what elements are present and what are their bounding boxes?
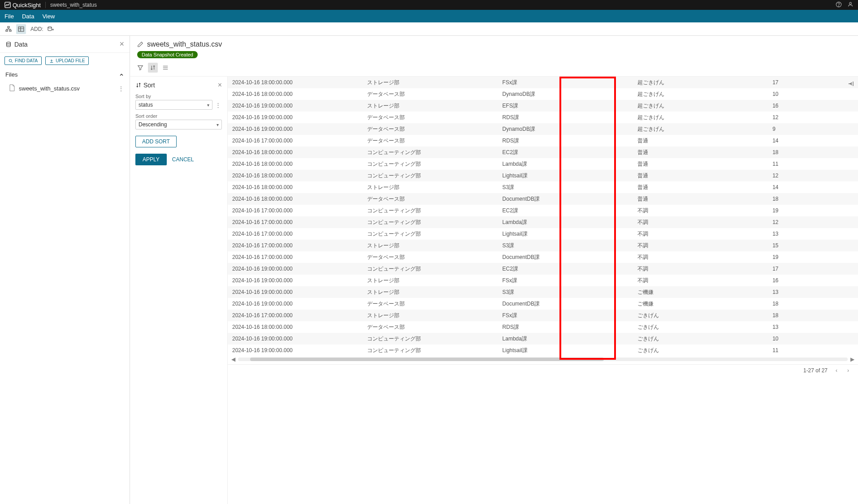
table-cell: コンピューティング部 [363,146,498,158]
table-cell: データベース部 [363,251,498,263]
sort-tool[interactable] [148,63,158,73]
table-cell: RDS課 [498,135,633,146]
table-cell: 12 [768,170,858,181]
table-cell: 2024-10-16 17:00:00.000 [228,310,363,321]
table-cell: コンピューティング部 [363,205,498,216]
table-cell: ストレージ部 [363,286,498,298]
add-data-button[interactable] [46,25,55,34]
collapse-panel-button[interactable] [847,80,854,89]
table-row[interactable]: 2024-10-16 18:00:00.000データベース部DocumentDB… [228,193,858,205]
table-cell: 17 [768,263,858,275]
table-cell: 16 [768,100,858,112]
schema-view-button[interactable] [4,24,13,34]
table-cell: 普通 [633,135,768,146]
quicksight-icon [4,2,11,8]
sort-panel-icon [135,82,142,88]
brand-logo[interactable]: QuickSight [4,2,41,9]
table-cell: 16 [768,275,858,286]
table-cell: Lambda課 [498,216,633,228]
chevron-up-icon [119,72,124,78]
table-cell: 13 [768,228,858,240]
files-section-header[interactable]: Files [0,69,130,81]
table-row[interactable]: 2024-10-16 18:00:00.000データベース部RDS課ごきげん13 [228,321,858,333]
table-row[interactable]: 2024-10-16 17:00:00.000データベース部DocumentDB… [228,251,858,263]
sort-by-menu[interactable]: ⋮ [214,102,222,108]
pagination-range: 1-27 of 27 [803,367,828,374]
table-row[interactable]: 2024-10-16 18:00:00.000データベース部DynamoDB課超… [228,88,858,100]
horizontal-scrollbar[interactable] [238,358,848,361]
table-icon [17,26,25,33]
table-row[interactable]: 2024-10-16 19:00:00.000データベース部DocumentDB… [228,298,858,310]
table-row[interactable]: 2024-10-16 17:00:00.000コンピューティング部Lightsa… [228,228,858,240]
table-cell: S3課 [498,240,633,251]
table-cell: 不調 [633,228,768,240]
table-row[interactable]: 2024-10-16 18:00:00.000ストレージ部FSx課超ごきげん17 [228,77,858,88]
table-row[interactable]: 2024-10-16 18:00:00.000コンピューティング部Lambda課… [228,158,858,170]
filter-tool[interactable] [135,63,145,73]
table-cell: コンピューティング部 [363,263,498,275]
menu-data[interactable]: Data [22,13,34,20]
table-row[interactable]: 2024-10-16 19:00:00.000ストレージ部FSx課不調16 [228,275,858,286]
table-row[interactable]: 2024-10-16 19:00:00.000ストレージ部S3課ご機嫌13 [228,286,858,298]
apply-button[interactable]: APPLY [135,154,167,165]
menu-view[interactable]: View [42,13,55,20]
table-row[interactable]: 2024-10-16 17:00:00.000ストレージ部S3課不調15 [228,240,858,251]
table-row[interactable]: 2024-10-16 19:00:00.000コンピューティング部EC2課不調1… [228,263,858,275]
scrollbar-thumb[interactable] [250,358,604,361]
sort-by-select[interactable]: status ▾ [135,100,212,110]
table-row[interactable]: 2024-10-16 18:00:00.000ストレージ部S3課普通14 [228,181,858,193]
menu-file[interactable]: File [4,13,14,20]
table-row[interactable]: 2024-10-16 18:00:00.000コンピューティング部EC2課普通1… [228,146,858,158]
help-icon[interactable] [836,1,842,9]
data-icon [5,41,12,47]
table-wrap[interactable]: 2024-10-16 18:00:00.000ストレージ部FSx課超ごきげん17… [228,77,858,504]
table-row[interactable]: 2024-10-16 17:00:00.000データベース部RDS課普通14 [228,135,858,146]
sort-order-label: Sort order [135,113,222,119]
scroll-left-button[interactable]: ◀ [231,356,235,362]
user-icon[interactable] [847,1,854,9]
table-row[interactable]: 2024-10-16 19:00:00.000ストレージ部EFS課超ごきげん16 [228,100,858,112]
table-cell: 不調 [633,275,768,286]
table-cell: 不調 [633,240,768,251]
table-cell: DocumentDB課 [498,298,633,310]
table-cell: 2024-10-16 17:00:00.000 [228,205,363,216]
table-row[interactable]: 2024-10-16 19:00:00.000コンピューティング部Lightsa… [228,345,858,356]
file-item[interactable]: sweets_with_status.csv ⋮ [0,81,130,96]
table-cell: 普通 [633,193,768,205]
table-cell: 普通 [633,146,768,158]
cancel-button[interactable]: CANCEL [172,156,194,163]
table-cell: RDS課 [498,112,633,123]
table-view-button[interactable] [16,24,26,34]
add-sort-button[interactable]: ADD SORT [135,136,177,147]
page-prev-button[interactable]: ‹ [834,367,839,374]
search-icon [9,59,13,63]
table-row[interactable]: 2024-10-16 17:00:00.000コンピューティング部EC2課不調1… [228,205,858,216]
table-cell: ごきげん [633,310,768,321]
scroll-right-button[interactable]: ▶ [850,356,854,362]
sort-panel-close[interactable]: × [218,81,222,89]
table-cell: ストレージ部 [363,77,498,88]
table-row[interactable]: 2024-10-16 19:00:00.000データベース部RDS課超ごきげん1… [228,112,858,123]
table-row[interactable]: 2024-10-16 18:00:00.000コンピューティング部Lightsa… [228,170,858,181]
table-cell: コンピューティング部 [363,333,498,345]
table-cell: 2024-10-16 19:00:00.000 [228,333,363,345]
table-row[interactable]: 2024-10-16 19:00:00.000データベース部DynamoDB課超… [228,123,858,135]
table-row[interactable]: 2024-10-16 19:00:00.000コンピューティング部Lambda課… [228,333,858,345]
columns-tool[interactable] [160,63,170,73]
table-row[interactable]: 2024-10-16 17:00:00.000ストレージ部FSx課ごきげん18 [228,310,858,321]
table-cell: ごきげん [633,321,768,333]
svg-rect-5 [6,30,8,31]
upload-file-button[interactable]: UPLOAD FILE [45,56,89,65]
table-row[interactable]: 2024-10-16 17:00:00.000コンピューティング部Lambda課… [228,216,858,228]
table-cell: 10 [768,333,858,345]
page-next-button[interactable]: › [845,367,851,374]
file-menu-button[interactable]: ⋮ [118,85,124,92]
snapshot-badge: Data Snapshot Created [137,51,198,58]
table-cell: 超ごきげん [633,112,768,123]
sidebar-close-button[interactable]: × [119,39,124,49]
find-data-button[interactable]: FIND DATA [4,56,42,65]
table-cell: S3課 [498,181,633,193]
sort-order-select[interactable]: Descending ▾ [135,120,222,129]
edit-icon[interactable] [137,41,143,47]
table-cell: ごきげん [633,333,768,345]
